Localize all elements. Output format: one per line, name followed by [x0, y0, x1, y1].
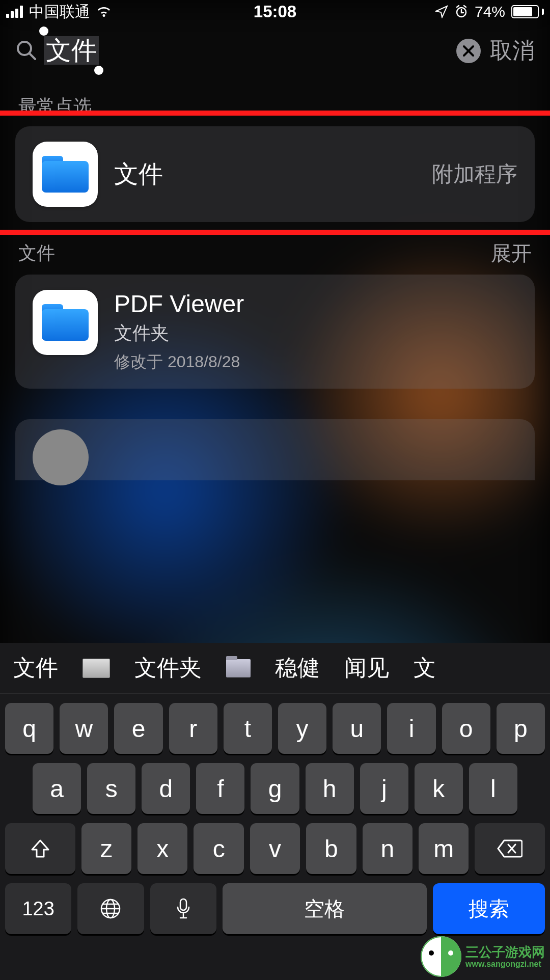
watermark-logo-icon [421, 936, 461, 977]
candidate[interactable]: 文 [414, 653, 436, 683]
key-a[interactable]: a [33, 763, 81, 814]
result-file-pdfviewer[interactable]: PDF Viewer 文件夹 修改于 2018/8/28 [15, 275, 535, 389]
results-content: 最常点选 文件 附加程序 文件 展开 PDF Viewer 文件夹 修改于 20… [0, 77, 550, 480]
key-n[interactable]: n [363, 823, 413, 874]
result-title: 文件 [114, 158, 416, 190]
keyboard: 文件 文件夹 稳健 闻见 文 q w e r t y u i o p a s d… [0, 643, 550, 980]
section-header-tophits: 最常点选 [15, 77, 535, 126]
document-icon[interactable] [82, 659, 110, 678]
status-bar: 中国联通 15:08 74% [0, 0, 550, 23]
result-subtitle: 文件夹 [114, 321, 517, 346]
candidate[interactable]: 文件夹 [134, 653, 202, 683]
key-row-4: 123 空格 搜索 [0, 874, 550, 934]
key-v[interactable]: v [250, 823, 300, 874]
key-f[interactable]: f [196, 763, 244, 814]
clear-search-button[interactable] [456, 39, 481, 63]
svg-line-2 [30, 53, 35, 59]
key-g[interactable]: g [251, 763, 299, 814]
key-z[interactable]: z [81, 823, 131, 874]
key-o[interactable]: o [442, 703, 490, 754]
key-r[interactable]: r [169, 703, 217, 754]
section-title: 文件 [18, 241, 55, 266]
wifi-icon [96, 6, 112, 18]
folder-icon[interactable] [226, 659, 251, 677]
key-l[interactable]: l [469, 763, 517, 814]
key-row-2: a s d f g h j k l [0, 754, 550, 814]
key-c[interactable]: c [194, 823, 243, 874]
carrier-label: 中国联通 [29, 2, 90, 22]
avatar-icon [33, 429, 89, 485]
key-t[interactable]: t [224, 703, 272, 754]
key-p[interactable]: p [497, 703, 545, 754]
key-j[interactable]: j [360, 763, 408, 814]
result-category: 附加程序 [432, 160, 517, 188]
alarm-icon [454, 5, 469, 19]
key-b[interactable]: b [306, 823, 356, 874]
candidate[interactable]: 稳健 [275, 653, 320, 683]
watermark-name: 三公子游戏网 [465, 945, 545, 960]
search-icon [15, 39, 37, 63]
expand-button[interactable]: 展开 [491, 239, 532, 267]
shift-icon [30, 838, 50, 859]
key-q[interactable]: q [5, 703, 53, 754]
search-field[interactable]: 文件 [15, 34, 447, 68]
folder-icon [42, 304, 89, 341]
key-e[interactable]: e [114, 703, 162, 754]
key-k[interactable]: k [415, 763, 463, 814]
key-m[interactable]: m [419, 823, 469, 874]
watermark-url: www.sangongzi.net [465, 960, 545, 969]
key-d[interactable]: d [142, 763, 190, 814]
globe-icon [100, 898, 121, 919]
candidate-bar: 文件 文件夹 稳健 闻见 文 [0, 643, 550, 694]
candidate[interactable]: 闻见 [344, 653, 389, 683]
clock: 15:08 [254, 2, 296, 21]
key-s[interactable]: s [87, 763, 135, 814]
key-y[interactable]: y [278, 703, 326, 754]
signal-icon [6, 6, 23, 18]
result-app-files[interactable]: 文件 附加程序 [15, 126, 535, 222]
watermark: 三公子游戏网 www.sangongzi.net [421, 936, 545, 977]
shift-key[interactable] [5, 823, 75, 874]
selection-handle-end[interactable] [94, 66, 103, 75]
backspace-key[interactable] [475, 823, 545, 874]
location-icon [435, 5, 448, 18]
key-i[interactable]: i [387, 703, 435, 754]
svg-rect-6 [180, 899, 186, 910]
key-row-3: z x c v b n m [0, 814, 550, 874]
key-row-1: q w e r t y u i o p [0, 694, 550, 754]
result-partial[interactable] [15, 419, 535, 480]
search-input[interactable]: 文件 [44, 34, 99, 68]
space-key[interactable]: 空格 [223, 883, 427, 934]
globe-key[interactable] [77, 883, 144, 934]
files-app-icon [33, 290, 98, 355]
section-title: 最常点选 [18, 94, 92, 119]
key-x[interactable]: x [138, 823, 187, 874]
dictation-key[interactable] [150, 883, 216, 934]
cancel-button[interactable]: 取消 [490, 36, 535, 66]
backspace-icon [497, 839, 522, 858]
numbers-key[interactable]: 123 [5, 883, 71, 934]
result-title: PDF Viewer [114, 290, 517, 318]
folder-icon [42, 156, 89, 193]
search-input-text: 文件 [44, 36, 99, 65]
battery-percentage: 74% [475, 3, 505, 20]
key-w[interactable]: w [60, 703, 108, 754]
section-header-files: 文件 展开 [15, 222, 535, 275]
search-row: 文件 取消 [0, 23, 550, 77]
candidate[interactable]: 文件 [13, 653, 58, 683]
selection-handle-start[interactable] [39, 26, 48, 36]
close-icon [462, 44, 475, 58]
result-meta: 修改于 2018/8/28 [114, 351, 517, 373]
files-app-icon [33, 142, 98, 207]
key-h[interactable]: h [306, 763, 354, 814]
search-key[interactable]: 搜索 [433, 883, 545, 934]
battery-icon [511, 5, 544, 18]
microphone-icon [176, 898, 190, 919]
key-u[interactable]: u [333, 703, 381, 754]
